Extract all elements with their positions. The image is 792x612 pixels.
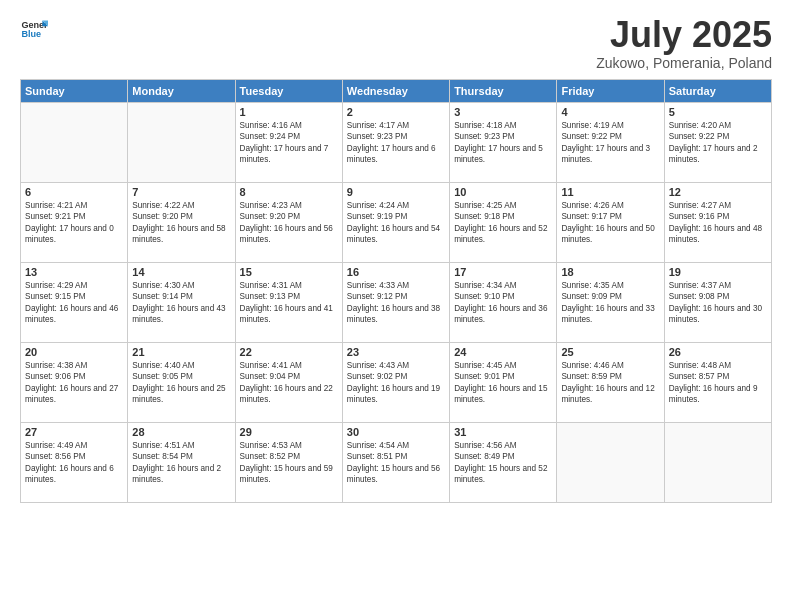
svg-text:Blue: Blue bbox=[21, 29, 41, 39]
day-info: Sunrise: 4:22 AM Sunset: 9:20 PM Dayligh… bbox=[132, 200, 230, 246]
day-number: 13 bbox=[25, 266, 123, 278]
day-number: 25 bbox=[561, 346, 659, 358]
day-info: Sunrise: 4:49 AM Sunset: 8:56 PM Dayligh… bbox=[25, 440, 123, 486]
day-info: Sunrise: 4:21 AM Sunset: 9:21 PM Dayligh… bbox=[25, 200, 123, 246]
col-saturday: Saturday bbox=[664, 79, 771, 102]
table-row: 21Sunrise: 4:40 AM Sunset: 9:05 PM Dayli… bbox=[128, 342, 235, 422]
header: General Blue July 2025 Zukowo, Pomerania… bbox=[20, 15, 772, 71]
calendar-week-row: 27Sunrise: 4:49 AM Sunset: 8:56 PM Dayli… bbox=[21, 422, 772, 502]
table-row: 16Sunrise: 4:33 AM Sunset: 9:12 PM Dayli… bbox=[342, 262, 449, 342]
table-row: 29Sunrise: 4:53 AM Sunset: 8:52 PM Dayli… bbox=[235, 422, 342, 502]
day-info: Sunrise: 4:56 AM Sunset: 8:49 PM Dayligh… bbox=[454, 440, 552, 486]
day-number: 30 bbox=[347, 426, 445, 438]
day-info: Sunrise: 4:17 AM Sunset: 9:23 PM Dayligh… bbox=[347, 120, 445, 166]
day-number: 1 bbox=[240, 106, 338, 118]
table-row: 22Sunrise: 4:41 AM Sunset: 9:04 PM Dayli… bbox=[235, 342, 342, 422]
day-number: 17 bbox=[454, 266, 552, 278]
day-number: 16 bbox=[347, 266, 445, 278]
day-number: 15 bbox=[240, 266, 338, 278]
calendar-header-row: Sunday Monday Tuesday Wednesday Thursday… bbox=[21, 79, 772, 102]
day-number: 27 bbox=[25, 426, 123, 438]
day-number: 31 bbox=[454, 426, 552, 438]
table-row: 1Sunrise: 4:16 AM Sunset: 9:24 PM Daylig… bbox=[235, 102, 342, 182]
table-row: 11Sunrise: 4:26 AM Sunset: 9:17 PM Dayli… bbox=[557, 182, 664, 262]
day-info: Sunrise: 4:31 AM Sunset: 9:13 PM Dayligh… bbox=[240, 280, 338, 326]
table-row: 3Sunrise: 4:18 AM Sunset: 9:23 PM Daylig… bbox=[450, 102, 557, 182]
table-row: 14Sunrise: 4:30 AM Sunset: 9:14 PM Dayli… bbox=[128, 262, 235, 342]
day-info: Sunrise: 4:45 AM Sunset: 9:01 PM Dayligh… bbox=[454, 360, 552, 406]
table-row: 7Sunrise: 4:22 AM Sunset: 9:20 PM Daylig… bbox=[128, 182, 235, 262]
calendar-week-row: 20Sunrise: 4:38 AM Sunset: 9:06 PM Dayli… bbox=[21, 342, 772, 422]
table-row: 20Sunrise: 4:38 AM Sunset: 9:06 PM Dayli… bbox=[21, 342, 128, 422]
table-row: 28Sunrise: 4:51 AM Sunset: 8:54 PM Dayli… bbox=[128, 422, 235, 502]
table-row bbox=[557, 422, 664, 502]
day-info: Sunrise: 4:41 AM Sunset: 9:04 PM Dayligh… bbox=[240, 360, 338, 406]
col-friday: Friday bbox=[557, 79, 664, 102]
day-info: Sunrise: 4:34 AM Sunset: 9:10 PM Dayligh… bbox=[454, 280, 552, 326]
day-number: 28 bbox=[132, 426, 230, 438]
col-wednesday: Wednesday bbox=[342, 79, 449, 102]
day-number: 29 bbox=[240, 426, 338, 438]
day-number: 8 bbox=[240, 186, 338, 198]
day-info: Sunrise: 4:24 AM Sunset: 9:19 PM Dayligh… bbox=[347, 200, 445, 246]
day-info: Sunrise: 4:29 AM Sunset: 9:15 PM Dayligh… bbox=[25, 280, 123, 326]
logo-icon: General Blue bbox=[20, 15, 48, 43]
table-row: 6Sunrise: 4:21 AM Sunset: 9:21 PM Daylig… bbox=[21, 182, 128, 262]
day-number: 26 bbox=[669, 346, 767, 358]
table-row: 8Sunrise: 4:23 AM Sunset: 9:20 PM Daylig… bbox=[235, 182, 342, 262]
day-number: 18 bbox=[561, 266, 659, 278]
day-info: Sunrise: 4:54 AM Sunset: 8:51 PM Dayligh… bbox=[347, 440, 445, 486]
day-number: 14 bbox=[132, 266, 230, 278]
table-row: 4Sunrise: 4:19 AM Sunset: 9:22 PM Daylig… bbox=[557, 102, 664, 182]
month-year-title: July 2025 bbox=[596, 15, 772, 55]
day-info: Sunrise: 4:51 AM Sunset: 8:54 PM Dayligh… bbox=[132, 440, 230, 486]
day-number: 11 bbox=[561, 186, 659, 198]
table-row: 18Sunrise: 4:35 AM Sunset: 9:09 PM Dayli… bbox=[557, 262, 664, 342]
day-info: Sunrise: 4:19 AM Sunset: 9:22 PM Dayligh… bbox=[561, 120, 659, 166]
day-number: 21 bbox=[132, 346, 230, 358]
day-number: 22 bbox=[240, 346, 338, 358]
day-info: Sunrise: 4:46 AM Sunset: 8:59 PM Dayligh… bbox=[561, 360, 659, 406]
day-info: Sunrise: 4:16 AM Sunset: 9:24 PM Dayligh… bbox=[240, 120, 338, 166]
day-number: 7 bbox=[132, 186, 230, 198]
table-row: 19Sunrise: 4:37 AM Sunset: 9:08 PM Dayli… bbox=[664, 262, 771, 342]
day-number: 24 bbox=[454, 346, 552, 358]
table-row: 24Sunrise: 4:45 AM Sunset: 9:01 PM Dayli… bbox=[450, 342, 557, 422]
day-number: 12 bbox=[669, 186, 767, 198]
table-row: 31Sunrise: 4:56 AM Sunset: 8:49 PM Dayli… bbox=[450, 422, 557, 502]
calendar-table: Sunday Monday Tuesday Wednesday Thursday… bbox=[20, 79, 772, 503]
day-number: 20 bbox=[25, 346, 123, 358]
day-info: Sunrise: 4:37 AM Sunset: 9:08 PM Dayligh… bbox=[669, 280, 767, 326]
table-row: 17Sunrise: 4:34 AM Sunset: 9:10 PM Dayli… bbox=[450, 262, 557, 342]
day-info: Sunrise: 4:20 AM Sunset: 9:22 PM Dayligh… bbox=[669, 120, 767, 166]
title-block: July 2025 Zukowo, Pomerania, Poland bbox=[596, 15, 772, 71]
location-subtitle: Zukowo, Pomerania, Poland bbox=[596, 55, 772, 71]
table-row: 10Sunrise: 4:25 AM Sunset: 9:18 PM Dayli… bbox=[450, 182, 557, 262]
table-row: 2Sunrise: 4:17 AM Sunset: 9:23 PM Daylig… bbox=[342, 102, 449, 182]
day-info: Sunrise: 4:25 AM Sunset: 9:18 PM Dayligh… bbox=[454, 200, 552, 246]
day-number: 5 bbox=[669, 106, 767, 118]
table-row: 25Sunrise: 4:46 AM Sunset: 8:59 PM Dayli… bbox=[557, 342, 664, 422]
day-number: 2 bbox=[347, 106, 445, 118]
col-tuesday: Tuesday bbox=[235, 79, 342, 102]
table-row: 9Sunrise: 4:24 AM Sunset: 9:19 PM Daylig… bbox=[342, 182, 449, 262]
logo: General Blue bbox=[20, 15, 48, 43]
day-info: Sunrise: 4:48 AM Sunset: 8:57 PM Dayligh… bbox=[669, 360, 767, 406]
day-number: 19 bbox=[669, 266, 767, 278]
table-row: 26Sunrise: 4:48 AM Sunset: 8:57 PM Dayli… bbox=[664, 342, 771, 422]
day-info: Sunrise: 4:38 AM Sunset: 9:06 PM Dayligh… bbox=[25, 360, 123, 406]
day-info: Sunrise: 4:43 AM Sunset: 9:02 PM Dayligh… bbox=[347, 360, 445, 406]
calendar-week-row: 13Sunrise: 4:29 AM Sunset: 9:15 PM Dayli… bbox=[21, 262, 772, 342]
day-number: 4 bbox=[561, 106, 659, 118]
col-sunday: Sunday bbox=[21, 79, 128, 102]
day-info: Sunrise: 4:53 AM Sunset: 8:52 PM Dayligh… bbox=[240, 440, 338, 486]
table-row: 12Sunrise: 4:27 AM Sunset: 9:16 PM Dayli… bbox=[664, 182, 771, 262]
table-row: 15Sunrise: 4:31 AM Sunset: 9:13 PM Dayli… bbox=[235, 262, 342, 342]
table-row: 27Sunrise: 4:49 AM Sunset: 8:56 PM Dayli… bbox=[21, 422, 128, 502]
col-monday: Monday bbox=[128, 79, 235, 102]
day-info: Sunrise: 4:40 AM Sunset: 9:05 PM Dayligh… bbox=[132, 360, 230, 406]
table-row bbox=[128, 102, 235, 182]
day-info: Sunrise: 4:30 AM Sunset: 9:14 PM Dayligh… bbox=[132, 280, 230, 326]
day-info: Sunrise: 4:33 AM Sunset: 9:12 PM Dayligh… bbox=[347, 280, 445, 326]
day-info: Sunrise: 4:18 AM Sunset: 9:23 PM Dayligh… bbox=[454, 120, 552, 166]
